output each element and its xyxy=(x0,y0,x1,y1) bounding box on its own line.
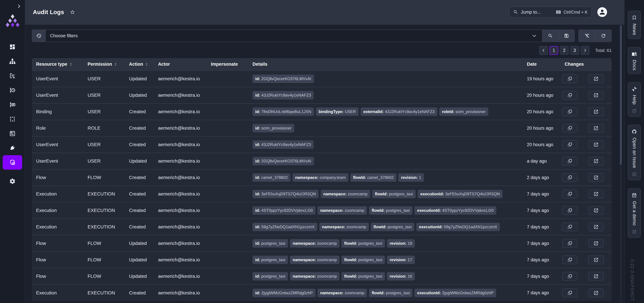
rail-tab-docs[interactable]: Docs xyxy=(628,47,641,74)
sidebar-item-logs[interactable] xyxy=(3,97,22,112)
filter-search-button[interactable] xyxy=(542,30,558,42)
open-details-button[interactable] xyxy=(588,107,604,116)
timeline-text-icon xyxy=(9,101,16,108)
rail-tab-open-an-issue[interactable]: Open an Issue xyxy=(628,125,641,180)
open-in-new-icon xyxy=(594,76,598,81)
diff-copy-icon xyxy=(567,175,572,180)
kestra-logo[interactable] xyxy=(5,14,20,28)
filter-history-button[interactable] xyxy=(32,30,46,42)
rail-tab-help[interactable]: Help xyxy=(628,82,641,117)
open-details-button[interactable] xyxy=(588,239,604,248)
cell-changes xyxy=(560,202,612,219)
detail-badge: executionId2jygtWMzGntwzZMRdg0zhP xyxy=(414,289,496,297)
cell-actor: aemerich@kestra.io xyxy=(154,235,207,252)
user-avatar[interactable] xyxy=(597,7,607,17)
cell-impersonate xyxy=(207,284,248,301)
power-plug-icon xyxy=(9,145,16,151)
cell-impersonate xyxy=(207,252,248,268)
open-details-button[interactable] xyxy=(588,272,604,281)
open-details-button[interactable] xyxy=(588,288,604,297)
detail-badge: idpostgres_taxi xyxy=(252,239,288,247)
shield-account-icon xyxy=(9,159,16,166)
sidebar-item-executions[interactable] xyxy=(3,83,22,97)
changes-diff-button[interactable] xyxy=(562,190,578,198)
pagination-page-2[interactable]: 2 xyxy=(560,46,569,55)
sidebar-item-apps[interactable] xyxy=(3,112,22,126)
table-row: ExecutionEXECUTIONCreatedaemerich@kestra… xyxy=(32,202,612,219)
table-row: ExecutionEXECUTIONCreatedaemerich@kestra… xyxy=(32,186,612,202)
column-header-changes: Changes xyxy=(560,58,612,71)
refresh-icon xyxy=(601,33,606,39)
sidebar-item-plugins[interactable] xyxy=(3,141,22,155)
changes-diff-button[interactable] xyxy=(562,173,578,182)
changes-diff-button[interactable] xyxy=(562,222,578,231)
pagination-next-button[interactable] xyxy=(581,46,590,55)
changes-diff-button[interactable] xyxy=(562,107,578,116)
open-details-button[interactable] xyxy=(588,124,604,133)
cell-date: 7 days ago xyxy=(523,252,560,268)
cell-date: 20 hours ago xyxy=(523,120,560,136)
detail-badge: bindingTypeUSER xyxy=(316,108,359,116)
pagination-prev-button[interactable] xyxy=(539,46,548,55)
detail-badge: executionId4ST0ypzYyc92DVVpkncLG0 xyxy=(414,206,496,215)
history-icon xyxy=(36,33,42,39)
open-details-button[interactable] xyxy=(588,91,604,100)
sidebar-item-administration[interactable] xyxy=(3,155,22,170)
open-details-button[interactable] xyxy=(588,157,604,165)
cell-details: id2GQllvQecerKO376LMVvAI xyxy=(248,71,523,87)
cell-action: Updated xyxy=(125,268,154,284)
diff-copy-icon xyxy=(567,109,572,114)
changes-diff-button[interactable] xyxy=(562,157,578,165)
rail-tab-get-a-demo[interactable]: Get a demo xyxy=(628,188,641,238)
changes-diff-button[interactable] xyxy=(562,206,578,215)
changes-diff-button[interactable] xyxy=(562,74,578,83)
scrollbar-thumb[interactable] xyxy=(620,26,622,165)
column-header-resource-type[interactable]: Resource type xyxy=(32,58,84,71)
pagination-page-3[interactable]: 3 xyxy=(570,46,579,55)
filter-input[interactable] xyxy=(50,33,531,39)
auto-refresh-off-button[interactable] xyxy=(579,30,595,42)
changes-diff-button[interactable] xyxy=(562,124,578,133)
changes-diff-button[interactable] xyxy=(562,288,578,297)
detail-badge: revision16 xyxy=(387,272,415,280)
open-details-button[interactable] xyxy=(588,173,604,182)
sidebar-item-home[interactable] xyxy=(3,40,22,54)
jump-to-search[interactable]: Jump to... Ctrl/Cmd + K xyxy=(509,7,592,18)
sidebar-item-settings[interactable] xyxy=(3,174,22,188)
open-details-button[interactable] xyxy=(588,255,604,264)
pagination-total: Total: 61 xyxy=(595,48,612,53)
cell-actor: aemerich@kestra.io xyxy=(154,87,207,104)
open-details-button[interactable] xyxy=(588,74,604,83)
sidebar-item-flows[interactable] xyxy=(3,54,22,69)
sidebar-item-editor[interactable] xyxy=(3,69,22,83)
column-header-permission[interactable]: Permission xyxy=(84,58,125,71)
column-header-action[interactable]: Action xyxy=(125,58,154,71)
refresh-button[interactable] xyxy=(595,30,611,42)
open-details-button[interactable] xyxy=(588,190,604,198)
open-in-new-icon xyxy=(594,241,598,246)
cell-actor: aemerich@kestra.io xyxy=(154,136,207,153)
changes-diff-button[interactable] xyxy=(562,255,578,264)
open-details-button[interactable] xyxy=(588,206,604,215)
cell-actor: aemerich@kestra.io xyxy=(154,71,207,87)
open-details-button[interactable] xyxy=(588,222,604,231)
changes-diff-button[interactable] xyxy=(562,91,578,100)
cell-action: Updated xyxy=(125,235,154,252)
pagination-page-1[interactable]: 1 xyxy=(550,46,558,55)
filter-save-button[interactable] xyxy=(558,30,574,42)
sidebar-item-blueprints[interactable] xyxy=(3,126,22,141)
page-title: Audit Logs xyxy=(33,9,64,16)
filter-dropdown-button[interactable] xyxy=(531,33,538,38)
table-row: ExecutionEXECUTIONCreatedaemerich@kestra… xyxy=(32,219,612,235)
changes-diff-button[interactable] xyxy=(562,272,578,281)
diff-copy-icon xyxy=(567,224,572,229)
changes-diff-button[interactable] xyxy=(562,140,578,149)
cell-details: idpostgres_taxinamespacezoomcampflowIdpo… xyxy=(248,235,523,252)
rail-tab-news[interactable]: News xyxy=(628,11,641,39)
open-details-button[interactable] xyxy=(588,140,604,149)
favorite-button[interactable] xyxy=(70,10,75,15)
cell-impersonate xyxy=(207,120,248,136)
rail-tab-label: Get a demo xyxy=(632,201,637,226)
changes-diff-button[interactable] xyxy=(562,239,578,248)
sidebar-expand-button[interactable] xyxy=(16,4,22,9)
